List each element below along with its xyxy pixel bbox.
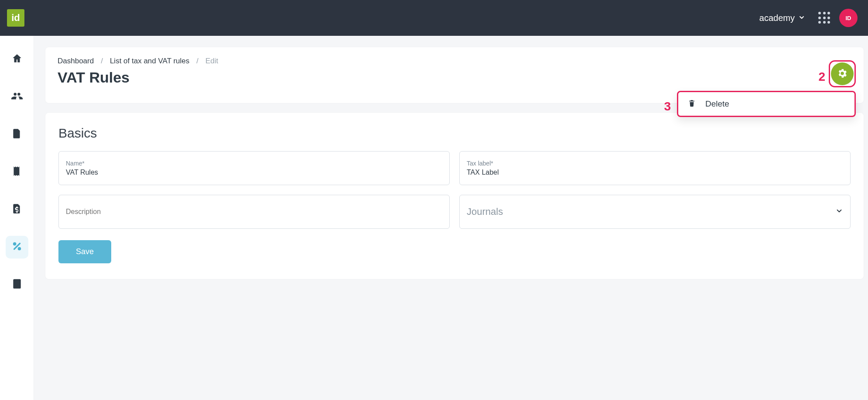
name-field[interactable]: Name* bbox=[58, 151, 450, 185]
journals-placeholder: Journals bbox=[467, 206, 843, 217]
page-header-card: Dashboard / List of tax and VAT rules / … bbox=[45, 47, 864, 103]
breadcrumb-edit: Edit bbox=[205, 57, 218, 66]
annotation-step-3: 3 bbox=[664, 100, 671, 114]
name-label: Name* bbox=[66, 160, 442, 167]
breadcrumb-separator: / bbox=[196, 57, 198, 66]
settings-menu: Delete bbox=[677, 91, 856, 117]
trash-icon bbox=[688, 99, 696, 109]
home-icon bbox=[11, 53, 23, 66]
journals-field[interactable]: Journals bbox=[459, 195, 851, 229]
settings-button[interactable] bbox=[831, 62, 854, 85]
sidebar-item-home[interactable] bbox=[6, 48, 28, 71]
chevron-down-icon bbox=[835, 207, 843, 217]
breadcrumb-list[interactable]: List of tax and VAT rules bbox=[110, 57, 189, 66]
description-field[interactable] bbox=[58, 195, 450, 229]
chevron-down-icon bbox=[798, 13, 805, 23]
receipt-icon bbox=[11, 166, 23, 179]
sidebar-item-books[interactable] bbox=[6, 273, 28, 296]
breadcrumb-separator: / bbox=[101, 57, 103, 66]
org-switcher[interactable]: academy bbox=[755, 10, 810, 26]
name-input[interactable] bbox=[66, 169, 442, 176]
sidebar-item-people[interactable] bbox=[6, 86, 28, 108]
app-logo[interactable]: id bbox=[7, 9, 24, 27]
book-icon bbox=[11, 278, 23, 291]
invoice-icon bbox=[11, 203, 23, 216]
percent-icon bbox=[11, 241, 23, 254]
tax-label-label: Tax label* bbox=[467, 160, 843, 167]
tax-label-input[interactable] bbox=[467, 169, 843, 176]
section-title-basics: Basics bbox=[58, 126, 851, 141]
apps-grid-icon[interactable] bbox=[818, 12, 830, 24]
breadcrumb: Dashboard / List of tax and VAT rules / … bbox=[58, 57, 851, 66]
annotation-step-2: 2 bbox=[818, 70, 825, 84]
org-switcher-label: academy bbox=[759, 13, 795, 23]
description-input[interactable] bbox=[66, 208, 442, 216]
gear-icon bbox=[837, 68, 848, 80]
topbar: id academy ID bbox=[0, 0, 868, 36]
svg-point-1 bbox=[14, 243, 15, 245]
sidebar bbox=[0, 36, 34, 400]
basics-card: Basics Name* Tax label* Journals bbox=[45, 113, 864, 279]
sidebar-item-tax[interactable] bbox=[6, 236, 28, 259]
menu-item-delete[interactable]: Delete bbox=[705, 99, 729, 109]
sidebar-item-receipts[interactable] bbox=[6, 161, 28, 183]
breadcrumb-dashboard[interactable]: Dashboard bbox=[58, 57, 94, 66]
avatar[interactable]: ID bbox=[839, 9, 858, 27]
tax-label-field[interactable]: Tax label* bbox=[459, 151, 851, 185]
sidebar-item-invoices[interactable] bbox=[6, 198, 28, 221]
people-icon bbox=[11, 90, 23, 103]
document-icon bbox=[11, 128, 23, 141]
sidebar-item-documents[interactable] bbox=[6, 123, 28, 146]
page-title: VAT Rules bbox=[58, 69, 851, 86]
svg-point-2 bbox=[18, 248, 20, 249]
annotation-highlight-gear bbox=[829, 60, 856, 87]
save-button[interactable]: Save bbox=[58, 240, 111, 263]
